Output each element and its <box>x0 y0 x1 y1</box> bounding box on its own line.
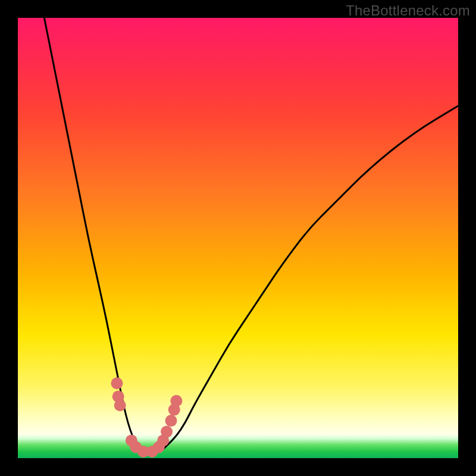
watermark-text: TheBottleneck.com <box>346 2 470 19</box>
curve-line <box>44 18 458 453</box>
bottleneck-curve <box>18 18 458 458</box>
valley-marker-dot <box>165 415 177 427</box>
valley-marker-dot <box>170 395 182 407</box>
chart-frame: TheBottleneck.com <box>0 0 476 476</box>
valley-marker-group <box>111 377 183 458</box>
valley-marker-dot <box>111 377 123 389</box>
plot-area <box>18 18 458 458</box>
valley-marker-dot <box>161 426 173 438</box>
valley-marker-dot <box>114 399 126 411</box>
